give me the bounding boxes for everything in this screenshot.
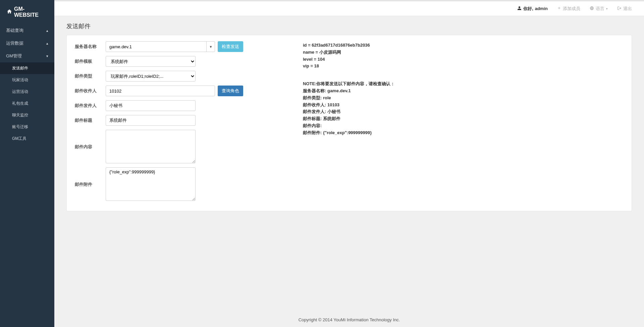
nav-label: 基础查询 [6, 28, 23, 34]
nav-header-basic-query[interactable]: 基础查询 ▴ [0, 24, 54, 37]
nav-item-account-migration[interactable]: 账号迁移 [0, 121, 54, 133]
nav-item-chat-monitor[interactable]: 聊天监控 [0, 109, 54, 121]
home-icon [7, 9, 12, 15]
language-dropdown[interactable]: 语言 ▾ [590, 6, 608, 12]
check-send-button[interactable]: 检查发送 [218, 41, 243, 52]
nav-header-gm-management[interactable]: GM管理 ▾ [0, 50, 54, 62]
row-content: 邮件内容 [75, 130, 289, 163]
label-content: 邮件内容 [75, 130, 106, 150]
language-label: 语言 [596, 6, 604, 12]
row-type: 邮件类型 玩家邮件,roleID1;roleID2;... [75, 71, 289, 81]
content: 发送邮件 服务器名称 ▼ 检查发送 邮件模 [54, 16, 644, 313]
note-title: 邮件标题: 系统邮件 [303, 115, 624, 122]
query-role-button[interactable]: 查询角色 [218, 86, 243, 96]
label-server: 服务器名称 [75, 41, 106, 50]
info-level: level = 104 [303, 56, 624, 63]
nav-item-gm-tools[interactable]: GM工具 [0, 133, 54, 145]
caret-down-icon: ▾ [606, 7, 608, 10]
logout-icon [617, 6, 622, 11]
topbar: 你好, admin 添加成员 语言 ▾ 退出 [54, 0, 644, 16]
user-icon [517, 6, 522, 11]
row-attachment: 邮件附件 {"role_exp":999999999} [75, 167, 289, 201]
sidebar: GM-WEBSITE 基础查询 ▴ 运营数据 ▴ GM管理 ▾ [0, 0, 54, 327]
globe-icon [590, 6, 594, 11]
nav-section-basic-query: 基础查询 ▴ [0, 24, 54, 37]
brand[interactable]: GM-WEBSITE [0, 0, 54, 24]
server-combo[interactable]: ▼ [106, 41, 215, 52]
note-sender: 邮件发件人: 小秘书 [303, 108, 624, 115]
nav-label: 运营数据 [6, 40, 23, 46]
add-member-label: 添加成员 [563, 6, 580, 12]
player-info-block: id = 62f3ad6717d16876eb7b2036 name = 小皮源… [303, 42, 624, 70]
note-block: NOTE:你将要发送以下邮件内容，请检查确认： 服务器名称: game.dev.… [303, 80, 624, 136]
chevron-up-icon: ▴ [46, 29, 48, 33]
nav-section-operations-data: 运营数据 ▴ [0, 37, 54, 50]
page-title: 发送邮件 [66, 22, 632, 30]
recipient-input[interactable] [106, 86, 215, 96]
add-member-link[interactable]: 添加成员 [557, 6, 580, 12]
greeting-prefix: 你好, [523, 6, 533, 12]
title-input[interactable] [106, 115, 196, 126]
main: 你好, admin 添加成员 语言 ▾ 退出 [54, 0, 644, 327]
template-select[interactable]: 系统邮件 [106, 56, 196, 67]
info-vip: vip = 18 [303, 63, 624, 70]
label-recipient: 邮件收件人 [75, 86, 106, 94]
label-template: 邮件模板 [75, 56, 106, 64]
attachment-textarea[interactable]: {"role_exp":999999999} [106, 167, 196, 201]
footer: Copyright © 2014 YouMi Information Techn… [54, 313, 644, 327]
note-recipient: 邮件收件人: 10103 [303, 102, 624, 109]
nav-section-gm-management: GM管理 ▾ 发送邮件 玩家活动 运营活动 礼包生成 聊天监控 账号迁移 GM工… [0, 50, 54, 145]
row-title: 邮件标题 [75, 115, 289, 126]
note-attachment: 邮件附件: {"role_exp":999999999} [303, 129, 624, 137]
nav-item-gift-generation[interactable]: 礼包生成 [0, 98, 54, 109]
server-input[interactable] [106, 41, 215, 52]
label-attachment: 邮件附件 [75, 167, 106, 187]
row-template: 邮件模板 系统邮件 [75, 56, 289, 67]
sender-input[interactable] [106, 100, 196, 111]
form-column: 服务器名称 ▼ 检查发送 邮件模板 [75, 41, 289, 205]
row-sender: 邮件发件人 [75, 100, 289, 111]
info-column: id = 62f3ad6717d16876eb7b2036 name = 小皮源… [303, 41, 624, 205]
nav-item-send-mail[interactable]: 发送邮件 [0, 62, 54, 74]
content-textarea[interactable] [106, 130, 196, 163]
greeting-user: admin [535, 6, 548, 11]
info-id: id = 62f3ad6717d16876eb7b2036 [303, 42, 624, 49]
label-sender: 邮件发件人 [75, 100, 106, 109]
nav-item-player-activity[interactable]: 玩家活动 [0, 74, 54, 86]
greeting: 你好, admin [517, 6, 548, 12]
logout-link[interactable]: 退出 [617, 6, 632, 12]
row-server: 服务器名称 ▼ 检查发送 [75, 41, 289, 52]
label-type: 邮件类型 [75, 71, 106, 79]
nav: 基础查询 ▴ 运营数据 ▴ GM管理 ▾ 发送邮件 玩家活动 运营活动 [0, 24, 54, 145]
logout-label: 退出 [623, 6, 632, 12]
nav-header-operations-data[interactable]: 运营数据 ▴ [0, 37, 54, 50]
note-server: 服务器名称: game.dev.1 [303, 88, 624, 95]
brand-name: GM-WEBSITE [14, 6, 48, 18]
note-header: NOTE:你将要发送以下邮件内容，请检查确认： [303, 80, 624, 88]
info-name: name = 小皮源码网 [303, 49, 624, 56]
type-select[interactable]: 玩家邮件,roleID1;roleID2;... [106, 71, 196, 81]
nav-label: GM管理 [6, 53, 22, 59]
nav-item-operations-activity[interactable]: 运营活动 [0, 86, 54, 98]
note-type: 邮件类型: role [303, 95, 624, 102]
note-content: 邮件内容: [303, 122, 624, 129]
plus-icon [557, 6, 561, 11]
chevron-down-icon: ▾ [46, 54, 48, 58]
chevron-up-icon: ▴ [46, 41, 48, 46]
label-title: 邮件标题 [75, 115, 106, 123]
row-recipient: 邮件收件人 查询角色 [75, 86, 289, 96]
panel: 服务器名称 ▼ 检查发送 邮件模板 [66, 35, 632, 211]
nav-sub-gm-management: 发送邮件 玩家活动 运营活动 礼包生成 聊天监控 账号迁移 GM工具 [0, 62, 54, 145]
